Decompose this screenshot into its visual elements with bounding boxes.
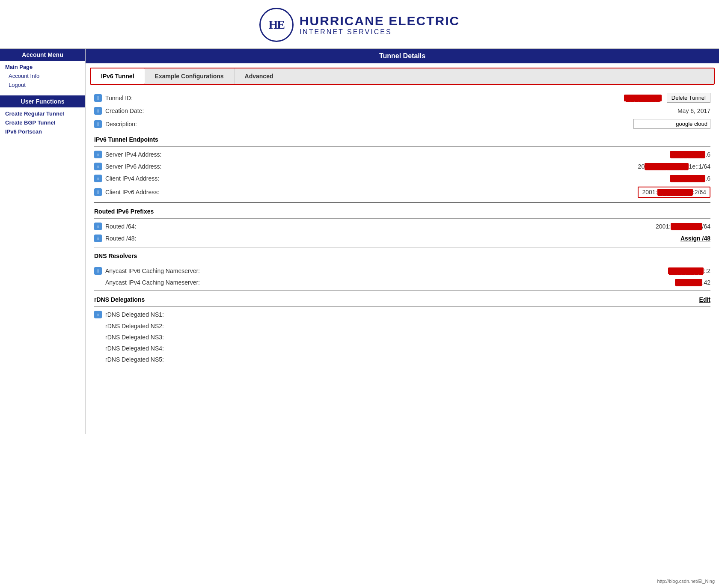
server-ipv6-value: 20██████████1e::1/64	[638, 163, 710, 170]
user-functions-title: User Functions	[0, 95, 85, 107]
creation-date-info-icon[interactable]: i	[94, 107, 102, 115]
rdns-ns2-row: rDNS Delegated NS2:	[94, 321, 710, 332]
tab-ipv6-tunnel[interactable]: IPv6 Tunnel	[90, 68, 146, 85]
tunnel-id-value: ████████	[624, 95, 661, 101]
rdns-ns1-row: i rDNS Delegated NS1:	[94, 309, 710, 321]
anycast-ipv4-value: ██████.42	[675, 279, 710, 286]
anycast-ipv6-info-icon[interactable]: i	[94, 267, 102, 275]
tabs-container: IPv6 Tunnel Example Configurations Advan…	[90, 68, 715, 85]
anycast-ipv6-row: i Anycast IPv6 Caching Nameserver: █████…	[94, 265, 710, 277]
client-ipv4-row: i Client IPv4 Address: ████████.6	[94, 172, 710, 184]
server-ipv4-info-icon[interactable]: i	[94, 151, 102, 158]
sidebar-item-main-page[interactable]: Main Page	[0, 62, 85, 71]
rdns-edit-link[interactable]: Edit	[699, 296, 710, 303]
tunnel-id-label: Tunnel ID:	[105, 95, 624, 101]
rdns-divider	[94, 306, 710, 307]
client-ipv6-value: 2001:████████:2/64	[638, 187, 710, 198]
sidebar-item-account-info[interactable]: Account Info	[0, 71, 85, 80]
dns-divider	[94, 263, 710, 263]
tunnel-details-header: Tunnel Details	[86, 49, 719, 63]
tab-advanced[interactable]: Advanced	[235, 68, 284, 84]
account-menu-title: Account Menu	[0, 49, 85, 61]
tunnel-id-info-icon[interactable]: i	[94, 94, 102, 102]
endpoints-section-title: IPv6 Tunnel Endpoints	[94, 131, 710, 145]
server-ipv6-info-icon[interactable]: i	[94, 163, 102, 170]
main-content: Tunnel Details IPv6 Tunnel Example Confi…	[86, 49, 719, 434]
rdns-ns5-row: rDNS Delegated NS5:	[94, 354, 710, 365]
client-ipv6-row: i Client IPv6 Address: 2001:████████:2/6…	[94, 184, 710, 200]
server-ipv4-label: Server IPv4 Address:	[105, 151, 670, 158]
sidebar-item-logout[interactable]: Logout	[0, 80, 85, 89]
description-input[interactable]	[633, 119, 710, 129]
client-ipv6-label: Client IPv6 Address:	[105, 189, 638, 196]
routed-divider	[94, 218, 710, 219]
rdns-ns4-label: rDNS Delegated NS4:	[94, 345, 710, 352]
client-ipv4-label: Client IPv4 Address:	[105, 175, 670, 182]
routed64-row: i Routed /64: 2001:███████/64	[94, 220, 710, 232]
routed64-info-icon[interactable]: i	[94, 223, 102, 230]
he-logo-circle: HE	[259, 8, 294, 42]
client-ipv4-info-icon[interactable]: i	[94, 175, 102, 182]
anycast-ipv4-label: Anycast IPv4 Caching Nameserver:	[94, 279, 675, 286]
server-ipv4-value: ████████.6	[670, 151, 710, 158]
delete-tunnel-button[interactable]: Delete Tunnel	[667, 93, 710, 103]
server-ipv4-row: i Server IPv4 Address: ████████.6	[94, 148, 710, 160]
rdns-ns1-label: rDNS Delegated NS1:	[105, 311, 710, 318]
creation-date-label: Creation Date:	[105, 107, 677, 114]
company-name-block: HURRICANE ELECTRIC INTERNET SERVICES	[300, 14, 460, 36]
routed64-label: Routed /64:	[105, 223, 656, 230]
rdns-ns3-row: rDNS Delegated NS3:	[94, 332, 710, 343]
rdns-ns2-label: rDNS Delegated NS2:	[94, 323, 710, 330]
client-ipv6-info-icon[interactable]: i	[94, 188, 102, 196]
routed64-value: 2001:███████/64	[656, 223, 710, 230]
detail-area: i Tunnel ID: ████████ Delete Tunnel i Cr…	[86, 85, 719, 365]
sidebar-item-create-regular-tunnel[interactable]: Create Regular Tunnel	[0, 109, 85, 118]
routed48-row: i Routed /48: Assign /48	[94, 232, 710, 244]
dns-section-title: DNS Resolvers	[94, 247, 710, 261]
description-info-icon[interactable]: i	[94, 120, 102, 128]
description-label: Description:	[105, 121, 633, 128]
assign-48-link[interactable]: Assign /48	[680, 235, 710, 242]
server-ipv6-label: Server IPv6 Address:	[105, 163, 638, 170]
rdns-ns4-row: rDNS Delegated NS4:	[94, 343, 710, 354]
routed48-label: Routed /48:	[105, 235, 680, 242]
rdns-ns1-info-icon[interactable]: i	[94, 311, 102, 318]
tab-example-configurations[interactable]: Example Configurations	[145, 68, 235, 84]
rdns-section-row: rDNS Delegations Edit	[94, 291, 710, 305]
anycast-ipv4-row: Anycast IPv4 Caching Nameserver: ██████.…	[94, 277, 710, 288]
routed48-info-icon[interactable]: i	[94, 235, 102, 242]
anycast-ipv6-value: ████████::2	[668, 267, 710, 274]
description-row: i Description:	[94, 117, 710, 131]
client-ipv4-value: ████████.6	[670, 175, 710, 182]
logo-container: HE HURRICANE ELECTRIC INTERNET SERVICES	[259, 8, 460, 42]
rdns-section-title: rDNS Delegations	[94, 296, 145, 303]
company-name: HURRICANE ELECTRIC	[300, 14, 460, 28]
sidebar: Account Menu Main Page Account Info Logo…	[0, 49, 86, 434]
sidebar-item-create-bgp-tunnel[interactable]: Create BGP Tunnel	[0, 118, 85, 127]
rdns-ns5-label: rDNS Delegated NS5:	[94, 356, 710, 363]
creation-date-value: May 6, 2017	[677, 107, 710, 114]
tunnel-id-row: i Tunnel ID: ████████ Delete Tunnel	[94, 91, 710, 105]
rdns-ns3-label: rDNS Delegated NS3:	[94, 334, 710, 341]
company-subtitle: INTERNET SERVICES	[300, 28, 460, 36]
sidebar-item-ipv6-portscan[interactable]: IPv6 Portscan	[0, 127, 85, 136]
creation-date-row: i Creation Date: May 6, 2017	[94, 105, 710, 117]
page-header: HE HURRICANE ELECTRIC INTERNET SERVICES	[0, 0, 719, 49]
anycast-ipv6-label: Anycast IPv6 Caching Nameserver:	[105, 267, 668, 274]
server-ipv6-row: i Server IPv6 Address: 20██████████1e::1…	[94, 160, 710, 172]
routed-section-title: Routed IPv6 Prefixes	[94, 202, 710, 217]
main-layout: Account Menu Main Page Account Info Logo…	[0, 49, 719, 434]
endpoints-divider	[94, 146, 710, 147]
